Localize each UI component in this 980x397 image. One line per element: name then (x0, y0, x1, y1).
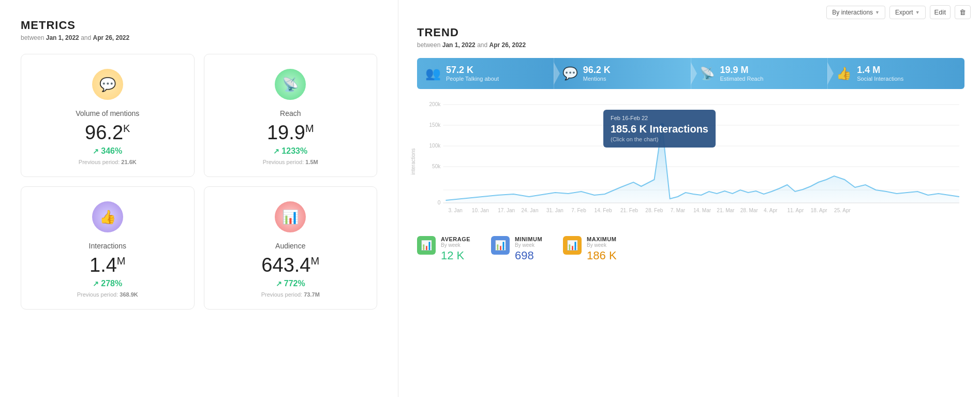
maximum-label: MAXIMUM (587, 236, 617, 242)
metrics-panel: METRICS between Jan 1, 2022 and Apr 26, … (0, 0, 398, 397)
reach-banner-label: Estimated Reach (720, 76, 764, 82)
svg-text:14. Mar: 14. Mar (693, 208, 711, 213)
talking-value: 57.2 K (446, 65, 499, 76)
average-label: AVERAGE (441, 236, 470, 242)
mentions-change-pct: 346% (101, 146, 122, 156)
interactions-value: 1.4M (90, 255, 126, 275)
social-banner-label: Social Interactions (857, 76, 903, 82)
summary-banner: 👥 57.2 K People Talking about 💬 96.2 K M… (417, 58, 964, 89)
summary-item-reach: 📡 19.9 M Estimated Reach (691, 58, 828, 89)
reach-label: Reach (280, 109, 301, 117)
trend-title: TREND (417, 26, 964, 39)
metrics-date-start: Jan 1, 2022 (46, 34, 79, 41)
y-axis-title: interactions (410, 148, 416, 174)
top-bar: By interactions ▼ Export ▼ Edit 🗑 (817, 0, 980, 24)
svg-text:21. Mar: 21. Mar (717, 208, 735, 213)
metrics-title: METRICS (21, 19, 377, 32)
interactions-prev: Previous period: 368.9K (77, 291, 138, 298)
maximum-sublabel: By week (587, 242, 617, 248)
audience-icon: 📊 (275, 201, 306, 232)
mentions-banner-label: Mentions (583, 76, 611, 82)
minimum-label: MINIMUM (515, 236, 542, 242)
stat-minimum: 📊 MINIMUM By week 698 (491, 236, 542, 262)
metrics-subtitle: between Jan 1, 2022 and Apr 26, 2022 (21, 34, 377, 41)
arrow-up-icon: ↗ (93, 147, 99, 155)
reach-change: ↗ 1233% (273, 146, 307, 156)
mentions-prev: Previous period: 21.6K (79, 159, 137, 165)
trend-date-end: Apr 26, 2022 (489, 41, 526, 49)
filter-button[interactable]: By interactions ▼ (826, 6, 885, 19)
reach-banner-value: 19.9 M (720, 65, 764, 76)
metric-card-reach: 📡 Reach 19.9M ↗ 1233% Previous period: 1… (204, 54, 378, 177)
summary-item-mentions: 💬 96.2 K Mentions (554, 58, 691, 89)
audience-prev: Previous period: 73.7M (261, 291, 320, 298)
mentions-banner-value: 96.2 K (583, 65, 611, 76)
reach-change-pct: 1233% (281, 146, 307, 156)
average-sublabel: By week (441, 242, 470, 248)
svg-text:7. Feb: 7. Feb (571, 208, 586, 213)
edit-button[interactable]: Edit (930, 5, 951, 19)
export-label: Export (895, 9, 913, 16)
svg-text:200k: 200k (429, 101, 441, 107)
svg-text:0: 0 (438, 200, 441, 205)
chevron-down-icon: ▼ (875, 10, 880, 15)
svg-text:17. Jan: 17. Jan (498, 208, 515, 213)
reach-prev: Previous period: 1.5M (263, 159, 318, 165)
chevron-down-icon: ▼ (915, 10, 920, 15)
svg-text:11. Apr: 11. Apr (787, 208, 804, 213)
minimum-icon: 📊 (491, 236, 510, 255)
stat-maximum: 📊 MAXIMUM By week 186 K (563, 236, 617, 262)
summary-item-social: 👍 1.4 M Social Interactions (828, 58, 964, 89)
metric-card-interactions: 👍 Interactions 1.4M ↗ 278% Previous peri… (21, 186, 195, 310)
audience-change-pct: 772% (284, 279, 305, 288)
average-icon: 📊 (417, 236, 436, 255)
trend-subtitle: between Jan 1, 2022 and Apr 26, 2022 (417, 41, 964, 49)
mentions-value: 96.2K (85, 123, 130, 142)
arrow-up-icon: ↗ (273, 147, 279, 155)
trend-panel: TREND between Jan 1, 2022 and Apr 26, 20… (398, 0, 980, 397)
talking-label: People Talking about (446, 76, 499, 82)
interactions-icon: 👍 (92, 201, 123, 232)
filter-label: By interactions (832, 9, 873, 16)
trend-chart[interactable]: 200k 150k 100k 50k 0 3. Ja (417, 99, 964, 224)
interactions-change-pct: 278% (101, 279, 122, 288)
svg-text:18. Apr: 18. Apr (811, 208, 828, 213)
metric-card-mentions: 💬 Volume of mentions 96.2K ↗ 346% Previo… (21, 54, 195, 177)
svg-text:25. Apr: 25. Apr (834, 208, 851, 213)
svg-text:7. Mar: 7. Mar (671, 208, 686, 213)
metrics-date-end: Apr 26, 2022 (93, 34, 130, 41)
audience-label: Audience (275, 242, 305, 250)
mentions-icon: 💬 (92, 69, 123, 100)
svg-text:50k: 50k (432, 164, 441, 169)
audience-change: ↗ 772% (276, 279, 305, 288)
svg-text:28. Feb: 28. Feb (645, 208, 663, 213)
reach-icon: 📡 (275, 69, 306, 100)
summary-item-talking: 👥 57.2 K People Talking about (417, 58, 554, 89)
people-icon: 👥 (425, 66, 441, 81)
svg-text:28. Mar: 28. Mar (740, 208, 759, 213)
svg-text:21. Feb: 21. Feb (620, 208, 639, 213)
svg-text:4. Apr: 4. Apr (764, 208, 778, 213)
svg-text:31. Jan: 31. Jan (546, 208, 563, 213)
maximum-icon: 📊 (563, 236, 582, 255)
export-button[interactable]: Export ▼ (889, 6, 926, 19)
interactions-label: Interactions (89, 242, 126, 250)
metric-card-audience: 📊 Audience 643.4M ↗ 772% Previous period… (204, 186, 378, 310)
reach-value: 19.9M (267, 123, 314, 142)
trend-date-start: Jan 1, 2022 (442, 41, 476, 49)
audience-value: 643.4M (261, 255, 319, 275)
chart-container[interactable]: interactions 200k 150k 100k 50k 0 (417, 99, 964, 224)
stat-average: 📊 AVERAGE By week 12 K (417, 236, 470, 262)
minimum-sublabel: By week (515, 242, 542, 248)
maximum-value: 186 K (587, 249, 617, 262)
trash-icon: 🗑 (959, 8, 966, 16)
social-banner-value: 1.4 M (857, 65, 903, 76)
arrow-up-icon: ↗ (276, 280, 282, 288)
delete-button[interactable]: 🗑 (955, 5, 971, 19)
metrics-grid: 💬 Volume of mentions 96.2K ↗ 346% Previo… (21, 54, 377, 310)
mentions-label: Volume of mentions (76, 109, 139, 117)
mentions-change: ↗ 346% (93, 146, 122, 156)
svg-text:150k: 150k (429, 122, 441, 128)
svg-text:24. Jan: 24. Jan (522, 208, 539, 213)
arrow-up-icon: ↗ (93, 280, 99, 288)
